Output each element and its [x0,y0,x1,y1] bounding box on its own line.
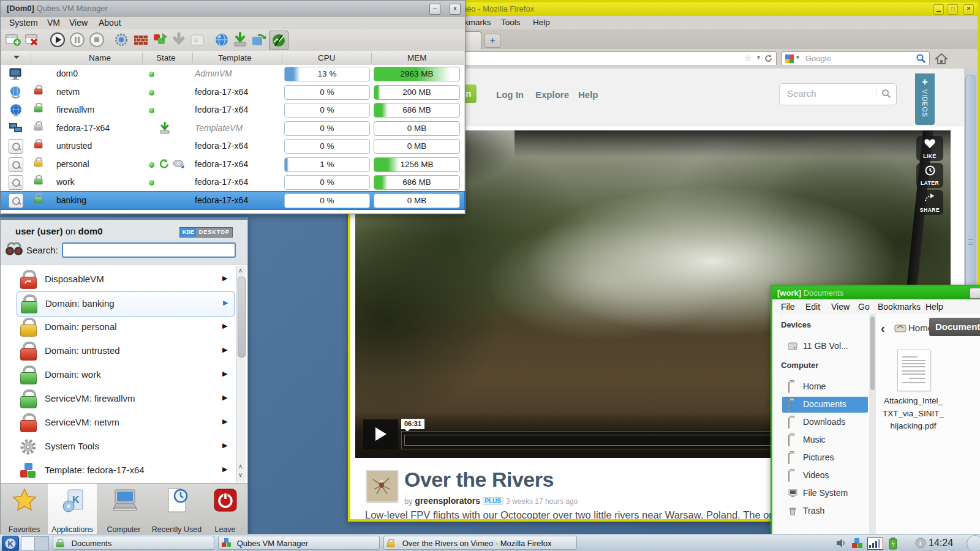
search-magnifier-icon[interactable] [916,54,925,63]
menu-about[interactable]: About [99,18,121,28]
refresh-icon[interactable] [251,32,266,48]
place-pictures[interactable]: Pictures [782,450,868,466]
task-documents[interactable]: Documents [53,536,214,550]
scrollbar-thumb[interactable] [870,317,875,390]
search-bar[interactable]: ▾ Google [782,51,930,66]
start-vm-icon[interactable] [50,32,66,48]
column-template[interactable]: Template [218,53,252,62]
scroll-down-icon[interactable]: ∨ [238,471,243,478]
menu-help[interactable]: Help [925,302,943,312]
column-name[interactable]: Name [89,53,111,62]
menu-item-disposablevm[interactable]: DisposableVM ▶ [1,268,233,291]
menu-item-servicevm-firewallvm[interactable]: ServiceVM: firewallvm ▶ [1,387,233,411]
place-downloads[interactable]: Downloads [782,414,868,430]
place-documents-selected[interactable]: Documents [782,397,868,413]
menu-help[interactable]: Help [533,18,550,27]
update-download-icon[interactable] [232,32,248,48]
menu-edit[interactable]: Edit [805,302,820,312]
vimeo-search-input[interactable]: Search [779,83,897,105]
menu-file[interactable]: File [781,302,795,312]
table-row-work[interactable]: work fedora-17-x64 0 % 686 MB [1,173,464,192]
home-icon[interactable] [935,53,948,65]
pdf-file-name[interactable]: Attacking_Intel_ TXT_via_SINIT_ hijackin… [867,395,960,433]
share-button[interactable]: SHARE [916,190,943,215]
network-monitor-active-icon[interactable] [269,31,288,50]
menu-item-domain-untrusted[interactable]: Domain: untrusted ▶ [1,339,233,363]
new-vm-icon[interactable] [6,32,21,48]
applications-icon[interactable]: K [61,487,86,513]
table-row-untrusted[interactable]: untrusted fedora-17-x64 0 % 0 MB [1,137,464,156]
pause-vm-icon[interactable] [69,32,85,48]
template-change-icon[interactable] [153,32,168,48]
menu-go[interactable]: Go [858,302,870,312]
explore-link[interactable]: Explore [535,89,569,100]
battery-icon[interactable] [888,538,899,549]
menu-item-domain-work[interactable]: Domain: work ▶ [1,363,233,387]
breadcrumb-current[interactable]: Documents [929,318,980,336]
task-qubes-vm-manager[interactable]: Qubes VM Manager [218,536,380,550]
google-icon[interactable] [785,54,794,63]
new-tab-button[interactable]: + [484,34,500,48]
panel-cashew-icon[interactable] [967,535,980,551]
close-button[interactable]: ✕ [963,4,974,15]
menu-scrollbar[interactable]: ∧ ∧ ∨ [236,266,246,482]
vm-settings-icon[interactable] [113,32,129,48]
vm-manager-titlebar[interactable]: [Dom0] Qubes VM Manager – x [1,1,465,17]
place-volume[interactable]: 11 GB Vol... [782,339,868,354]
close-button[interactable]: x [450,4,461,15]
menu-view[interactable]: View [831,302,850,312]
tab-favorites[interactable]: Favorites [1,525,48,534]
table-row-dom0[interactable]: dom0 AdminVM 13 % 2963 MB [1,65,464,83]
window-button[interactable] [970,288,980,299]
menu-item-domain-banking[interactable]: Domain: banking ▶ [17,291,235,317]
table-row-fedora-17-x64[interactable]: fedora-17-x64 TemplateVM 0 % 0 MB [1,119,464,138]
scrollbar-thumb[interactable] [238,277,246,358]
menu-system[interactable]: System [9,18,38,28]
table-row-firewallvm[interactable]: firewallvm fedora-17-x64 0 % 686 MB [1,101,464,119]
place-videos[interactable]: Videos [782,468,868,484]
tab-leave[interactable]: Leave [203,525,247,534]
vimeo-magnifier-icon[interactable] [876,89,891,99]
recently-used-icon[interactable] [164,487,189,513]
scroll-up-icon[interactable]: ∧ [238,267,243,274]
computer-icon[interactable] [111,489,139,513]
tab-applications[interactable]: Applications [48,525,97,534]
menu-item-domain-personal[interactable]: Domain: personal ▶ [1,315,233,339]
home-breadcrumb-icon[interactable] [894,323,907,332]
place-home[interactable]: Home [782,379,868,395]
table-row-banking-selected[interactable]: banking fedora-17-x64 0 % 0 MB [1,192,464,210]
tab-recently-used[interactable]: Recently Used [151,525,203,534]
info-icon[interactable]: i [915,538,926,549]
pager-desktop-2[interactable] [35,537,48,550]
sort-chevron-icon[interactable] [13,53,20,64]
place-file-system[interactable]: File System [782,485,868,501]
table-row-netvm[interactable]: netvm fedora-17-x64 0 % 200 MB [1,83,464,102]
minimize-button[interactable]: ▁ [933,4,944,15]
plus-videos-tab[interactable]: + VIDEOS [915,73,935,125]
column-state[interactable]: State [156,53,176,62]
author-link[interactable]: greensplorators [415,496,480,506]
pdf-file-icon[interactable] [897,350,930,391]
url-dropdown-icon[interactable]: ▾ [757,54,760,61]
clock[interactable]: 14:24 [929,538,953,549]
scroll-up-icon[interactable]: ∧ [238,463,243,470]
task-firefox[interactable]: Over the Rivers on Vimeo - Mozilla Firef… [383,536,577,550]
place-music[interactable]: Music [782,432,868,448]
desktop-pager[interactable] [21,536,49,550]
menu-bookmarks[interactable]: Bookmarks [878,302,921,312]
tab-computer[interactable]: Computer [97,525,151,534]
bookmark-star-icon[interactable]: ☆ [744,53,752,62]
kde-menu-button[interactable]: K [2,536,19,551]
place-trash[interactable]: Trash [782,503,868,519]
globe-icon[interactable] [214,32,230,48]
menu-tools[interactable]: Tools [501,18,521,27]
author-avatar[interactable] [366,470,398,502]
watch-later-button[interactable]: LATER [916,163,943,188]
menu-vm[interactable]: VM [47,18,60,28]
menu-view[interactable]: View [69,18,88,28]
help-link[interactable]: Help [578,89,598,100]
search-input[interactable] [62,242,236,258]
leave-power-icon[interactable] [213,488,238,512]
pager-desktop-1[interactable] [21,537,35,550]
remove-vm-icon[interactable] [25,32,41,48]
